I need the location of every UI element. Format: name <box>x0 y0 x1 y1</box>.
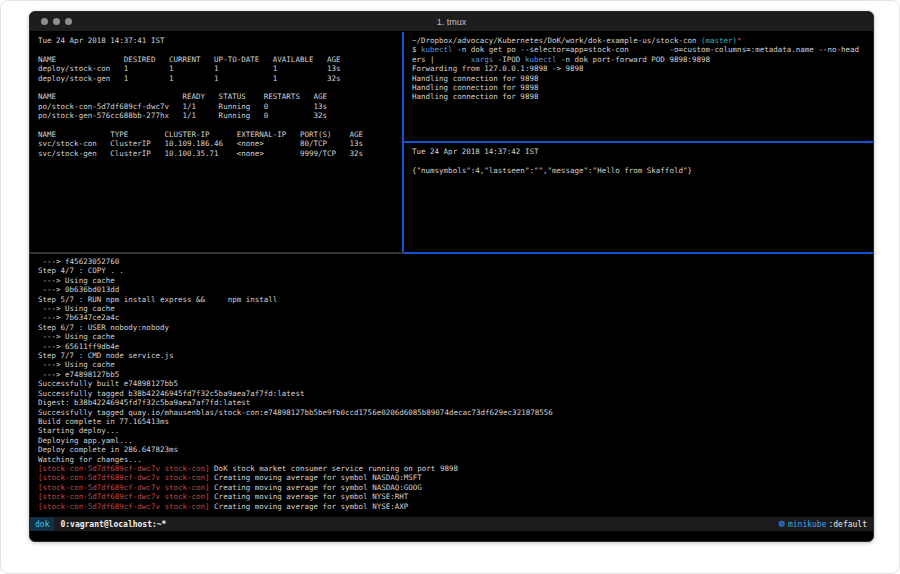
terminal-text: -IPOD <box>493 55 525 64</box>
terminal-line: Tue 24 Apr 2018 14:37:41 IST <box>38 36 394 45</box>
terminal-line <box>38 45 394 54</box>
pane-kubectl-watch[interactable]: Tue 24 Apr 2018 14:37:41 IST NAME DESIRE… <box>30 32 402 252</box>
terminal-text: ers | <box>412 55 471 64</box>
terminal-line: Watching for changes... <box>38 455 865 464</box>
tmux-status-bar: dok 0:vagrant@localhost:~* ☸ minikube :d… <box>30 517 873 531</box>
terminal-line: po/stock-gen-576cc688bb-277hx 1/1 Runnin… <box>38 111 394 120</box>
terminal-text: Creating moving average for symbol NYSE:… <box>210 502 409 511</box>
terminal-line: ---> Using cache <box>38 304 865 313</box>
terminal-text-red: [stock-con-5d7df689cf-dwc7v stock-con] <box>38 473 210 482</box>
kubernetes-icon: ☸ <box>778 519 786 529</box>
terminal-text-red: [stock-con-5d7df689cf-dwc7v stock-con] <box>38 483 210 492</box>
terminal-line <box>412 156 867 165</box>
terminal-line: ---> 7b6347ce2a4c <box>38 313 865 322</box>
terminal-line: [stock-con-5d7df689cf-dwc7v stock-con] C… <box>38 483 865 492</box>
tmux-content: Tue 24 Apr 2018 14:37:41 IST NAME DESIRE… <box>30 32 873 517</box>
terminal-line: Tue 24 Apr 2018 14:37:42 IST <box>412 147 867 156</box>
terminal-text-red: [stock-con-5d7df689cf-dwc7v stock-con] <box>38 492 210 501</box>
pane-curl-output[interactable]: Tue 24 Apr 2018 14:37:42 IST {"numsymbol… <box>404 143 873 252</box>
terminal-line: NAME READY STATUS RESTARTS AGE <box>38 92 394 101</box>
terminal-line: ~/Dropbox/advocacy/Kubernetes/DoK/work/d… <box>412 36 867 45</box>
terminal-window: 1. tmux Tue 24 Apr 2018 14:37:41 IST NAM… <box>29 11 874 542</box>
terminal-line: Successfully built e74898127bb5 <box>38 379 865 388</box>
terminal-text: -n dok port-forward POD 9898:9898 <box>557 55 711 64</box>
terminal-line: Successfully tagged quay.io/mhausenblas/… <box>38 408 865 417</box>
terminal-text-red: [stock-con-5d7df689cf-dwc7v stock-con] <box>38 464 210 473</box>
terminal-line: NAME TYPE CLUSTER-IP EXTERNAL-IP PORT(S)… <box>38 130 394 139</box>
terminal-line: Build complete in 77.165413ms <box>38 417 865 426</box>
terminal-line: Successfully tagged b38b42246945fd7f32c5… <box>38 389 865 398</box>
status-window-label[interactable]: 0:vagrant@localhost:~* <box>60 520 166 529</box>
terminal-line: Handling connection for 9898 <box>412 74 867 83</box>
terminal-text: ~/Dropbox/advocacy/Kubernetes/DoK/work/d… <box>412 36 701 45</box>
terminal-text: Creating moving average for symbol NASDA… <box>210 473 422 482</box>
terminal-line: ---> e74898127bb5 <box>38 370 865 379</box>
terminal-line: [stock-con-5d7df689cf-dwc7v stock-con] C… <box>38 473 865 482</box>
terminal-line: $ kubectl -n dok get po --selector=app=s… <box>412 45 867 54</box>
terminal-line: [stock-con-5d7df689cf-dwc7v stock-con] D… <box>38 464 865 473</box>
terminal-line: ---> 65611ff9db4e <box>38 342 865 351</box>
terminal-text-blue: xargs <box>471 55 494 64</box>
screenshot-frame: 1. tmux Tue 24 Apr 2018 14:37:41 IST NAM… <box>0 0 900 574</box>
terminal-line: NAME DESIRED CURRENT UP-TO-DATE AVAILABL… <box>38 55 394 64</box>
terminal-line: ers | xargs -IPOD kubectl -n dok port-fo… <box>412 55 867 64</box>
session-name-badge: dok <box>30 517 54 531</box>
status-right: ☸ minikube :default <box>778 519 867 529</box>
terminal-text: Creating moving average for symbol NYSE:… <box>210 492 409 501</box>
terminal-text-red: * <box>737 36 742 45</box>
window-title: 1. tmux <box>30 17 873 27</box>
kube-context-label: minikube <box>788 520 827 529</box>
right-pane-stack: ~/Dropbox/advocacy/Kubernetes/DoK/work/d… <box>404 32 873 252</box>
terminal-line: Starting deploy... <box>38 426 865 435</box>
terminal-line: po/stock-con-5d7df689cf-dwc7v 1/1 Runnin… <box>38 102 394 111</box>
terminal-line: deploy/stock-con 1 1 1 1 13s <box>38 64 394 73</box>
terminal-line: [stock-con-5d7df689cf-dwc7v stock-con] C… <box>38 502 865 511</box>
terminal-line: Step 4/7 : COPY . . <box>38 266 865 275</box>
pane-port-forward[interactable]: ~/Dropbox/advocacy/Kubernetes/DoK/work/d… <box>404 32 873 141</box>
terminal-line: Step 5/7 : RUN npm install express && np… <box>38 295 865 304</box>
terminal-line: Deploy complete in 286.647823ms <box>38 445 865 454</box>
terminal-line: Digest: b38b42246945fd7f32c5ba9aea7af7fd… <box>38 398 865 407</box>
terminal-line: {"numsymbols":4,"lastseen":"","message":… <box>412 166 867 175</box>
terminal-line: Deploying app.yaml... <box>38 436 865 445</box>
kube-namespace-label: :default <box>828 520 867 529</box>
terminal-line: ---> 0b636bd013dd <box>38 285 865 294</box>
titlebar: 1. tmux <box>30 12 873 32</box>
terminal-line: svc/stock-gen ClusterIP 10.100.35.71 <no… <box>38 149 394 158</box>
terminal-line: Step 7/7 : CMD node service.js <box>38 351 865 360</box>
terminal-text-blue: kubectl <box>421 45 453 54</box>
terminal-line: ---> Using cache <box>38 360 865 369</box>
terminal-line: [stock-con-5d7df689cf-dwc7v stock-con] C… <box>38 492 865 501</box>
terminal-line: ---> f45623052760 <box>38 257 865 266</box>
terminal-text: DoK stock market consumer service runnin… <box>210 464 458 473</box>
terminal-text-cyan: (master) <box>701 36 737 45</box>
terminal-text: -o=custom-columns=:metadata.name --no-he… <box>669 45 859 54</box>
window-footer <box>30 531 873 541</box>
terminal-line: ---> Using cache <box>38 276 865 285</box>
terminal-line <box>38 83 394 92</box>
terminal-text-red: [stock-con-5d7df689cf-dwc7v stock-con] <box>38 502 210 511</box>
terminal-text: $ <box>412 45 421 54</box>
terminal-line: Handling connection for 9898 <box>412 92 867 101</box>
terminal-line: ---> Using cache <box>38 332 865 341</box>
terminal-text: -n dok get po --selector=app=stock-con <box>453 45 670 54</box>
terminal-line: Handling connection for 9898 <box>412 83 867 92</box>
top-section: Tue 24 Apr 2018 14:37:41 IST NAME DESIRE… <box>30 32 873 252</box>
pane-skaffold-log[interactable]: ---> f45623052760Step 4/7 : COPY . . ---… <box>30 254 873 517</box>
terminal-line <box>38 121 394 130</box>
terminal-line: deploy/stock-gen 1 1 1 1 32s <box>38 74 394 83</box>
terminal-line: Step 6/7 : USER nobody:nobody <box>38 323 865 332</box>
terminal-line: Forwarding from 127.0.0.1:9898 -> 9898 <box>412 64 867 73</box>
terminal-line: svc/stock-con ClusterIP 10.109.186.46 <n… <box>38 139 394 148</box>
terminal-text-blue: kubectl <box>525 55 557 64</box>
terminal-text: Creating moving average for symbol NASDA… <box>210 483 422 492</box>
